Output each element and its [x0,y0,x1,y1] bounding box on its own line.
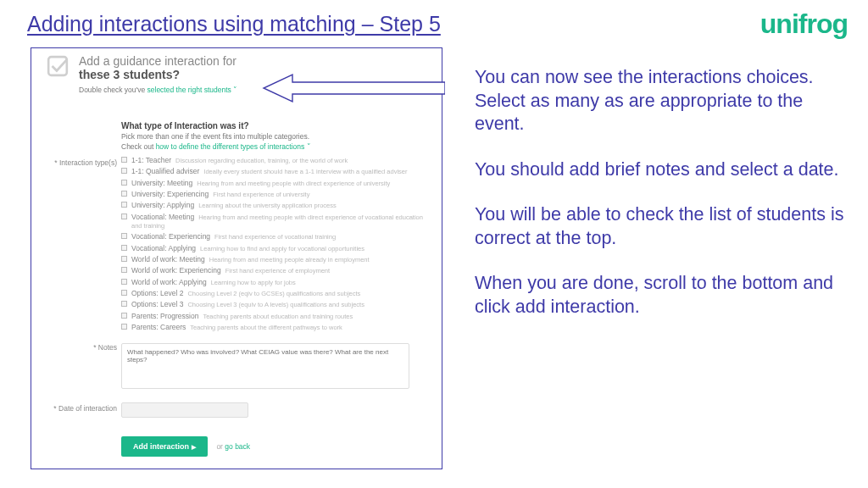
checkbox[interactable] [121,267,127,273]
type-name: Options: Level 2 [131,289,183,297]
chevron-right-icon: ▶ [192,444,196,450]
interaction-type-row: University: ApplyingLearning about the u… [121,201,433,209]
type-name: World of work: Applying [131,278,207,286]
type-name: Parents: Careers [131,323,186,331]
interaction-type-row: University: ExperiencingFirst hand exper… [121,190,433,198]
checkbox[interactable] [121,279,127,285]
type-name: Vocational: Applying [131,244,196,252]
checkbox[interactable] [121,157,127,163]
date-input[interactable] [121,402,248,418]
type-name: 1-1: Qualified adviser [131,167,199,175]
type-name: Parents: Progression [131,312,198,320]
type-desc: Learning how to find and apply for vocat… [200,245,364,252]
type-desc: Discussion regarding education, training… [175,157,348,164]
type-desc: First hand experience of employment [225,267,330,274]
form-heading-2: these 3 students? [79,69,237,81]
type-name: 1-1: Teacher [131,156,171,164]
type-name: University: Meeting [131,179,192,187]
checkbox[interactable] [121,214,127,219]
explain-p2: You should add brief notes and select a … [475,158,848,182]
interaction-type-row: World of work: MeetingHearing from and m… [121,255,433,263]
explain-p4: When you are done, scroll to the bottom … [475,272,848,319]
interaction-type-row: University: MeetingHearing from and meet… [121,179,433,187]
type-desc: Choosing Level 2 (eqiv to GCSEs) qualifi… [187,290,360,297]
checkbox[interactable] [121,202,127,208]
form-subheading: Double check you've selected the right s… [79,86,237,94]
interaction-type-row: Parents: ProgressionTeaching parents abo… [121,312,433,320]
checkbox[interactable] [121,168,127,174]
type-desc: Hearing from and meeting people with dir… [197,180,390,187]
checkbox[interactable] [121,324,127,330]
form-heading-1: Add a guidance interaction for [79,55,237,68]
checkbox[interactable] [121,301,127,307]
add-interaction-button[interactable]: Add interaction▶ [121,436,208,457]
types-label: * Interaction type(s) [36,158,117,167]
question-title: What type of Interaction was it? [121,121,433,130]
type-name: Vocational: Meeting [131,213,194,221]
type-desc: First hand experience of university [213,191,309,198]
checkbox[interactable] [121,256,127,262]
checkbox[interactable] [121,313,127,319]
type-desc: Learning how to apply for jobs [211,279,296,286]
check-icon [47,55,69,77]
type-name: University: Applying [131,201,194,209]
interaction-type-row: Vocational: MeetingHearing from and meet… [121,213,433,230]
interaction-type-row: Options: Level 2Choosing Level 2 (eqiv t… [121,289,433,297]
brand-logo: unifrog [760,8,848,40]
type-name: Vocational: Experiencing [131,232,210,241]
explanation-text: You can now see the interactions choices… [475,66,848,341]
notes-label: * Notes [36,343,117,352]
type-desc: Learning about the university applicatio… [198,202,337,209]
date-label: * Date of interaction [36,404,117,413]
interaction-type-row: Parents: CareersTeaching parents about t… [121,323,433,331]
interaction-type-row: 1-1: Qualified adviserIdeally every stud… [121,167,433,175]
interaction-type-row: 1-1: TeacherDiscussion regarding educati… [121,156,433,164]
svg-rect-0 [48,57,67,75]
explain-p1: You can now see the interactions choices… [475,66,848,136]
or-go-back: or go back [216,442,250,451]
type-name: World of work: Experiencing [131,266,221,274]
type-desc: First hand experience of vocational trai… [214,233,336,241]
checkbox[interactable] [121,191,127,197]
checkbox[interactable] [121,290,127,296]
checkbox[interactable] [121,180,127,186]
interaction-type-row: Vocational: ApplyingLearning how to find… [121,244,433,252]
checkbox[interactable] [121,233,127,239]
definitions-link[interactable]: how to define the different types of int… [156,142,305,151]
type-name: University: Experiencing [131,190,209,198]
question-help-1: Pick more than one if the event fits int… [121,132,433,141]
go-back-link[interactable]: go back [225,442,250,451]
app-screenshot: Add a guidance interaction for these 3 s… [31,47,442,469]
type-desc: Choosing Level 3 (equiv to A levels) qua… [187,301,364,308]
checkbox[interactable] [121,245,127,251]
type-name: Options: Level 3 [131,300,183,308]
question-help-2: Check out how to define the different ty… [121,142,433,151]
type-name: World of work: Meeting [131,255,205,263]
interaction-type-row: World of work: ExperiencingFirst hand ex… [121,266,433,274]
selected-students-link[interactable]: selected the right students [147,86,231,94]
notes-input[interactable] [121,343,409,389]
interaction-type-row: Options: Level 3Choosing Level 3 (equiv … [121,300,433,308]
type-desc: Hearing from and meeting people already … [209,256,370,263]
type-desc: Ideally every student should have a 1-1 … [203,168,407,175]
type-desc: Teaching parents about education and tra… [203,313,353,320]
type-desc: Teaching parents about the different pat… [190,324,342,331]
slide-title: Adding interactions using matching – Ste… [27,12,441,36]
explain-p3: You will be able to check the list of st… [475,203,848,250]
interaction-type-row: World of work: ApplyingLearning how to a… [121,278,433,286]
interaction-type-row: Vocational: ExperiencingFirst hand exper… [121,232,433,241]
